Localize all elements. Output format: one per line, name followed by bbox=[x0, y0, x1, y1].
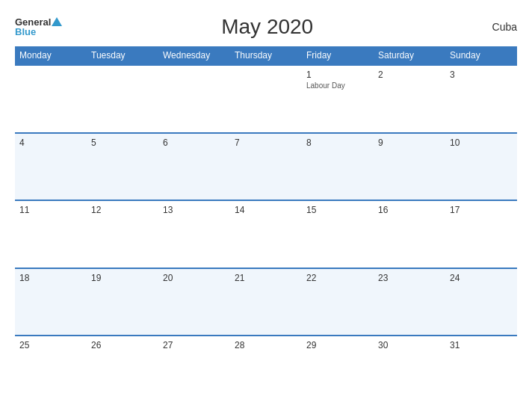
day-number: 20 bbox=[163, 273, 226, 283]
day-number: 31 bbox=[450, 340, 513, 350]
calendar-week-row: 1Labour Day23 bbox=[15, 65, 517, 133]
calendar-cell: 11 bbox=[15, 200, 87, 268]
day-number: 13 bbox=[163, 205, 226, 215]
day-number: 10 bbox=[450, 137, 513, 148]
day-number: 30 bbox=[378, 340, 441, 350]
calendar-cell bbox=[87, 65, 158, 133]
calendar-cell: 15 bbox=[302, 200, 374, 268]
day-number: 4 bbox=[19, 137, 82, 148]
day-number: 16 bbox=[378, 205, 441, 215]
col-monday: Monday bbox=[15, 46, 87, 65]
calendar-cell: 22 bbox=[302, 268, 374, 336]
col-tuesday: Tuesday bbox=[87, 46, 158, 65]
calendar-week-row: 45678910 bbox=[15, 133, 517, 201]
month-title: May 2020 bbox=[62, 15, 472, 39]
calendar-cell: 9 bbox=[374, 133, 445, 201]
col-sunday: Sunday bbox=[445, 46, 517, 65]
calendar-week-row: 11121314151617 bbox=[15, 200, 517, 268]
calendar-header-row: Monday Tuesday Wednesday Thursday Friday… bbox=[15, 46, 517, 65]
day-number: 1 bbox=[306, 69, 369, 80]
col-friday: Friday bbox=[302, 46, 374, 65]
calendar-cell: 13 bbox=[158, 200, 230, 268]
day-number: 5 bbox=[91, 137, 154, 148]
day-number: 22 bbox=[306, 273, 369, 283]
calendar-cell: 3 bbox=[445, 65, 517, 133]
col-wednesday: Wednesday bbox=[158, 46, 230, 65]
calendar-cell: 17 bbox=[445, 200, 517, 268]
calendar-table: Monday Tuesday Wednesday Thursday Friday… bbox=[15, 46, 517, 404]
day-number: 11 bbox=[19, 205, 82, 215]
day-number: 15 bbox=[306, 205, 369, 215]
logo-blue-text: Blue bbox=[15, 27, 36, 37]
country-label: Cuba bbox=[472, 21, 517, 33]
day-number: 27 bbox=[163, 340, 226, 350]
col-saturday: Saturday bbox=[374, 46, 445, 65]
calendar-cell: 26 bbox=[87, 336, 158, 404]
col-thursday: Thursday bbox=[230, 46, 302, 65]
day-number: 7 bbox=[235, 137, 297, 148]
calendar-cell: 16 bbox=[374, 200, 445, 268]
day-number: 23 bbox=[378, 273, 441, 283]
calendar-cell: 14 bbox=[230, 200, 302, 268]
calendar-cell: 12 bbox=[87, 200, 158, 268]
calendar-cell: 21 bbox=[230, 268, 302, 336]
day-number: 29 bbox=[306, 340, 369, 350]
calendar-cell: 28 bbox=[230, 336, 302, 404]
logo-triangle-icon bbox=[52, 17, 62, 26]
day-number: 25 bbox=[19, 340, 82, 350]
day-number: 8 bbox=[306, 137, 369, 148]
calendar-cell: 24 bbox=[445, 268, 517, 336]
calendar-cell: 6 bbox=[158, 133, 230, 201]
calendar-cell: 10 bbox=[445, 133, 517, 201]
day-number: 21 bbox=[235, 273, 297, 283]
day-number: 14 bbox=[235, 205, 297, 215]
calendar-cell: 20 bbox=[158, 268, 230, 336]
day-number: 26 bbox=[91, 340, 154, 350]
day-number: 6 bbox=[163, 137, 226, 148]
calendar-cell bbox=[158, 65, 230, 133]
calendar-cell: 8 bbox=[302, 133, 374, 201]
day-number: 3 bbox=[450, 69, 513, 80]
calendar-cell: 4 bbox=[15, 133, 87, 201]
day-number: 24 bbox=[450, 273, 513, 283]
calendar-cell: 30 bbox=[374, 336, 445, 404]
day-number: 9 bbox=[378, 137, 441, 148]
day-number: 28 bbox=[235, 340, 297, 350]
header: General Blue May 2020 Cuba bbox=[15, 15, 517, 39]
logo: General Blue bbox=[15, 17, 62, 37]
calendar-cell: 7 bbox=[230, 133, 302, 201]
calendar-cell: 27 bbox=[158, 336, 230, 404]
calendar-week-row: 18192021222324 bbox=[15, 268, 517, 336]
calendar-cell bbox=[15, 65, 87, 133]
day-event: Labour Day bbox=[306, 81, 369, 90]
day-number: 2 bbox=[378, 69, 441, 80]
calendar-cell: 25 bbox=[15, 336, 87, 404]
calendar-cell: 31 bbox=[445, 336, 517, 404]
calendar-cell: 29 bbox=[302, 336, 374, 404]
calendar-cell: 2 bbox=[374, 65, 445, 133]
day-number: 12 bbox=[91, 205, 154, 215]
calendar-cell: 19 bbox=[87, 268, 158, 336]
calendar-cell bbox=[230, 65, 302, 133]
day-number: 19 bbox=[91, 273, 154, 283]
calendar-week-row: 25262728293031 bbox=[15, 336, 517, 404]
page: General Blue May 2020 Cuba Monday Tuesda… bbox=[0, 0, 532, 411]
calendar-cell: 1Labour Day bbox=[302, 65, 374, 133]
calendar-cell: 5 bbox=[87, 133, 158, 201]
calendar-cell: 18 bbox=[15, 268, 87, 336]
day-number: 18 bbox=[19, 273, 82, 283]
calendar-cell: 23 bbox=[374, 268, 445, 336]
day-number: 17 bbox=[450, 205, 513, 215]
